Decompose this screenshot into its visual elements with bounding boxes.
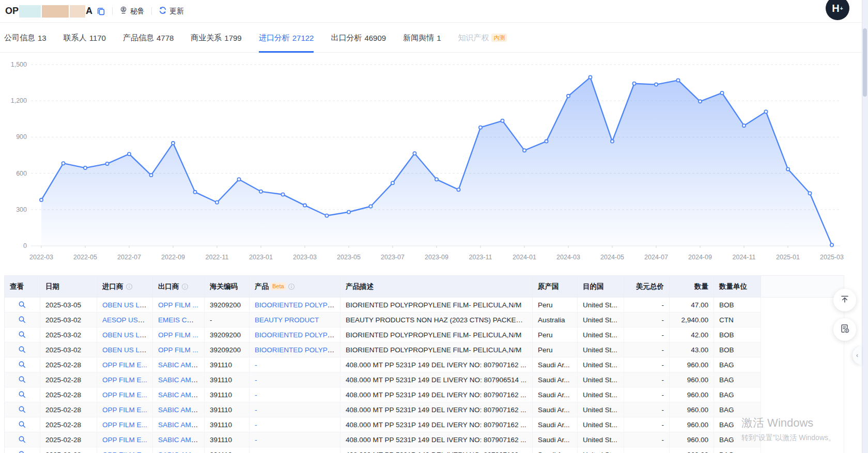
exporter-link[interactable]: SABIC AME... [158,361,202,369]
tab-新闻舆情[interactable]: 新闻舆情1 [403,23,441,52]
importer-link[interactable]: OPP FILM E... [102,361,147,369]
cell-unit: BAG [714,372,761,387]
importer-link[interactable]: OPP FILM E... [102,421,147,429]
product-link[interactable]: BIOORIENTED POLYPR... [255,346,338,354]
cell-description: BEAUTY PRODUCTS NON HAZ (2023 CTNS) PACK… [340,313,533,327]
tab-产品信息[interactable]: 产品信息4778 [123,23,174,52]
tab-bar: 公司信息13联系人1170产品信息4778商业关系1799进口分析27122出口… [0,23,862,53]
view-detail-button[interactable] [18,361,26,369]
cell-blank [761,327,844,342]
data-point [105,162,109,165]
column-label: 产品描述 [346,282,374,291]
cell-view [5,432,40,447]
exporter-link[interactable]: EMEIS COS... [158,316,203,324]
importer-link[interactable]: OBEN US LLC [102,346,148,354]
exporter-link[interactable]: SABIC AME... [158,421,202,429]
cell-description: 408.000 MT PP 5231P 149 DEL IVERY NO: 80… [340,432,533,447]
data-point [676,79,679,82]
info-icon[interactable] [126,283,133,290]
cell-quantity: 960.00 [670,417,714,432]
tab-商业关系[interactable]: 商业关系1799 [191,23,241,52]
company-name: OP A [5,5,92,18]
product-link[interactable]: - [255,451,257,453]
country-button[interactable]: 秘鲁 [119,6,145,16]
view-detail-button[interactable] [18,376,26,384]
info-icon[interactable] [181,283,189,290]
scrollbar-thumb[interactable] [863,28,867,97]
cell-product: - [250,372,340,387]
copy-icon[interactable] [97,7,105,15]
tab-进口分析[interactable]: 进口分析27122 [259,23,314,52]
exporter-link[interactable]: OPP FILM ... [158,331,198,339]
cell-product: - [250,432,340,447]
importer-link[interactable]: OPP FILM E... [102,391,147,399]
cell-product: BEAUTY PRODUCT [250,313,340,327]
importer-link[interactable]: OPP FILM E... [102,451,147,453]
cell-product: - [250,447,340,453]
product-link[interactable]: BIOORIENTED POLYPR... [255,331,338,339]
product-link[interactable]: BIOORIENTED POLYPR... [255,301,338,309]
tab-联系人[interactable]: 联系人1170 [64,23,106,52]
x-axis-label: 2023-05 [337,254,361,261]
product-link[interactable]: - [255,421,257,429]
importer-link[interactable]: OBEN US LLC [102,301,148,309]
view-detail-button[interactable] [18,316,26,324]
cell-hs_code: 391110 [205,417,250,432]
exporter-link[interactable]: SABIC AME... [158,436,202,444]
view-detail-button[interactable] [18,390,26,399]
product-link[interactable]: - [255,391,257,399]
importer-link[interactable]: OPP FILM E... [102,376,147,384]
back-to-top-button[interactable] [833,289,856,311]
view-detail-button[interactable] [18,435,26,444]
cell-usd_total: - [624,313,670,327]
y-axis-label: 900 [16,133,27,140]
cell-destination: United St... [578,313,624,327]
cell-date: 2025-02-28 [40,432,97,447]
divider [112,7,113,15]
cell-hs_code: 39209200 [205,298,250,313]
cell-date: 2025-03-02 [40,313,97,327]
product-link[interactable]: - [255,361,257,369]
view-detail-button[interactable] [18,346,26,354]
exporter-link[interactable]: OPP FILM ... [158,346,198,354]
info-icon[interactable] [288,283,295,290]
cell-origin: Peru [533,342,578,357]
exporter-link[interactable]: SABIC AME... [158,391,202,399]
view-detail-button[interactable] [18,331,26,339]
view-detail-button[interactable] [18,420,26,429]
import-trend-chart[interactable]: 03006009001,2001,5002022-032022-052022-0… [0,52,847,269]
data-point [391,181,394,184]
exporter-link[interactable]: SABIC AME... [158,451,202,453]
view-detail-button[interactable] [18,405,26,414]
importer-link[interactable]: OBEN US LLC [102,331,148,339]
data-point [742,124,746,127]
product-link[interactable]: BEAUTY PRODUCT [255,316,319,324]
product-link[interactable]: - [255,376,257,384]
x-axis-label: 2025-03 [820,254,844,261]
report-error-button[interactable] [833,318,856,341]
cell-exporter: SABIC AME... [153,357,205,372]
column-header-description: 产品描述 [340,276,533,298]
importer-link[interactable]: OPP FILM E... [102,406,147,414]
column-header-product: 产品Beta [250,276,340,298]
tab-出口分析[interactable]: 出口分析46909 [331,23,386,52]
exporter-link[interactable]: SABIC AME... [158,406,202,414]
exporter-link[interactable]: SABIC AME... [158,376,202,384]
tab-公司信息[interactable]: 公司信息13 [4,23,47,52]
product-link[interactable]: - [255,436,257,444]
table-row: 2025-02-28OPP FILM E...SABIC AME...39111… [5,387,844,402]
product-link[interactable]: - [255,406,257,414]
importer-link[interactable]: OPP FILM E... [102,436,147,444]
page-scrollbar[interactable] [862,0,868,453]
column-label: 日期 [45,282,59,291]
panel-collapse-handle[interactable]: ‹ [853,346,862,365]
importer-link[interactable]: AESOP USA ... [102,316,150,324]
beta-badge: 内测 [491,34,507,42]
view-detail-button[interactable] [18,301,26,309]
tab-知识产权[interactable]: 知识产权内测 [458,23,507,52]
exporter-link[interactable]: OPP FILM ... [158,301,198,309]
update-button[interactable]: 更新 [159,6,184,16]
data-point [479,126,482,129]
view-detail-button[interactable] [18,450,26,453]
cell-usd_total: - [624,372,670,387]
